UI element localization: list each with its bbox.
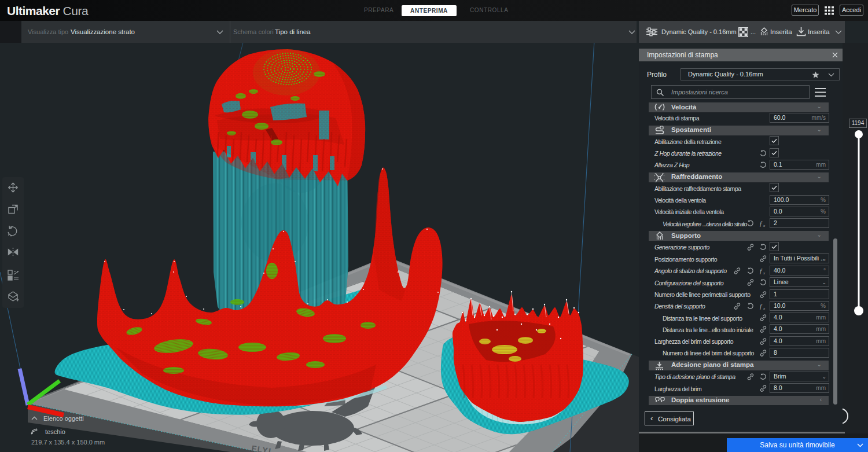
svg-text:f: f — [760, 267, 763, 274]
svg-text:x: x — [763, 270, 766, 275]
svg-text:x: x — [763, 306, 766, 310]
svg-text:x: x — [763, 223, 766, 228]
svg-text:f: f — [760, 303, 763, 310]
svg-text:f: f — [760, 220, 763, 227]
